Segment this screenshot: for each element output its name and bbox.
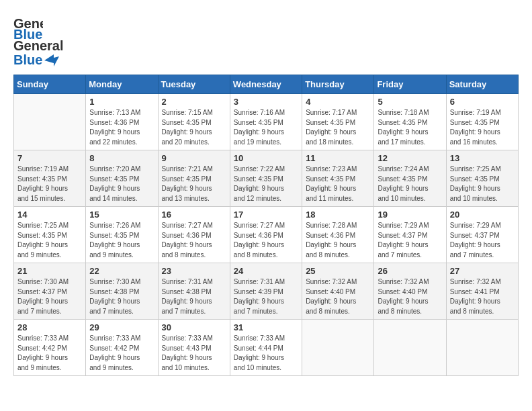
day-info: Sunrise: 7:29 AM Sunset: 4:37 PM Dayligh… [450,221,515,260]
day-number: 13 [450,153,515,163]
calendar-week-row: 28Sunrise: 7:33 AM Sunset: 4:42 PM Dayli… [14,320,519,376]
calendar-day-cell: 2Sunrise: 7:15 AM Sunset: 4:35 PM Daylig… [158,94,230,150]
day-number: 31 [234,322,298,332]
calendar-day-cell: 25Sunrise: 7:32 AM Sunset: 4:40 PM Dayli… [302,263,374,320]
calendar-day-cell: 14Sunrise: 7:25 AM Sunset: 4:35 PM Dayli… [14,207,86,263]
calendar-day-cell: 23Sunrise: 7:31 AM Sunset: 4:38 PM Dayli… [158,263,230,320]
day-number: 18 [306,210,370,220]
day-info: Sunrise: 7:27 AM Sunset: 4:36 PM Dayligh… [234,221,298,260]
day-info: Sunrise: 7:25 AM Sunset: 4:35 PM Dayligh… [450,165,515,203]
day-info: Sunrise: 7:33 AM Sunset: 4:43 PM Dayligh… [162,334,226,373]
day-info: Sunrise: 7:32 AM Sunset: 4:40 PM Dayligh… [306,277,370,316]
logo-bird-icon [44,54,59,66]
page-header: General Blue General Blue [13,13,519,68]
calendar-day-cell: 20Sunrise: 7:29 AM Sunset: 4:37 PM Dayli… [446,207,518,263]
logo-icon: General Blue [13,13,43,40]
calendar-day-cell: 17Sunrise: 7:27 AM Sunset: 4:36 PM Dayli… [230,207,302,263]
day-number: 16 [162,210,226,220]
day-info: Sunrise: 7:19 AM Sunset: 4:35 PM Dayligh… [17,165,82,203]
day-number: 17 [234,210,298,220]
logo-general: General [13,38,63,53]
day-info: Sunrise: 7:26 AM Sunset: 4:35 PM Dayligh… [89,221,154,260]
day-info: Sunrise: 7:33 AM Sunset: 4:42 PM Dayligh… [17,334,82,373]
calendar-day-cell: 5Sunrise: 7:18 AM Sunset: 4:35 PM Daylig… [374,94,446,150]
calendar-week-row: 14Sunrise: 7:25 AM Sunset: 4:35 PM Dayli… [14,207,519,263]
day-info: Sunrise: 7:20 AM Sunset: 4:35 PM Dayligh… [89,165,154,203]
day-number: 9 [162,153,226,163]
calendar-week-row: 21Sunrise: 7:30 AM Sunset: 4:37 PM Dayli… [14,263,519,320]
weekday-header-tuesday: Tuesday [158,75,230,94]
logo: General Blue General Blue [13,13,63,68]
day-number: 3 [234,97,298,107]
calendar-day-cell: 16Sunrise: 7:27 AM Sunset: 4:36 PM Dayli… [158,207,230,263]
calendar-day-cell: 31Sunrise: 7:33 AM Sunset: 4:44 PM Dayli… [230,320,302,376]
day-number: 23 [162,266,226,276]
day-number: 8 [89,153,154,163]
weekday-header-wednesday: Wednesday [230,75,302,94]
day-info: Sunrise: 7:22 AM Sunset: 4:35 PM Dayligh… [234,165,298,203]
day-info: Sunrise: 7:30 AM Sunset: 4:38 PM Dayligh… [89,277,154,316]
day-info: Sunrise: 7:31 AM Sunset: 4:39 PM Dayligh… [234,277,298,316]
weekday-header-sunday: Sunday [14,75,86,94]
day-info: Sunrise: 7:29 AM Sunset: 4:37 PM Dayligh… [378,221,442,260]
day-number: 20 [450,210,515,220]
day-number: 4 [306,97,370,107]
day-number: 2 [162,97,226,107]
day-info: Sunrise: 7:24 AM Sunset: 4:35 PM Dayligh… [378,165,442,203]
day-info: Sunrise: 7:13 AM Sunset: 4:36 PM Dayligh… [89,108,154,147]
calendar-day-cell: 1Sunrise: 7:13 AM Sunset: 4:36 PM Daylig… [86,94,158,150]
weekday-header-monday: Monday [86,75,158,94]
calendar-week-row: 7Sunrise: 7:19 AM Sunset: 4:35 PM Daylig… [14,150,519,207]
day-info: Sunrise: 7:16 AM Sunset: 4:35 PM Dayligh… [234,108,298,147]
day-info: Sunrise: 7:33 AM Sunset: 4:42 PM Dayligh… [89,334,154,373]
logo-blue: Blue [13,52,42,68]
day-number: 14 [17,210,82,220]
day-number: 24 [234,266,298,276]
day-info: Sunrise: 7:28 AM Sunset: 4:36 PM Dayligh… [306,221,370,260]
day-info: Sunrise: 7:23 AM Sunset: 4:35 PM Dayligh… [306,165,370,203]
day-number: 26 [378,266,442,276]
day-number: 11 [306,153,370,163]
calendar-day-cell: 26Sunrise: 7:32 AM Sunset: 4:40 PM Dayli… [374,263,446,320]
day-number: 29 [89,322,154,332]
weekday-header-saturday: Saturday [446,75,518,94]
day-number: 5 [378,97,442,107]
day-number: 30 [162,322,226,332]
day-number: 28 [17,322,82,332]
calendar-day-cell: 29Sunrise: 7:33 AM Sunset: 4:42 PM Dayli… [86,320,158,376]
calendar-day-cell: 24Sunrise: 7:31 AM Sunset: 4:39 PM Dayli… [230,263,302,320]
day-number: 15 [89,210,154,220]
day-info: Sunrise: 7:17 AM Sunset: 4:35 PM Dayligh… [306,108,370,147]
day-info: Sunrise: 7:33 AM Sunset: 4:44 PM Dayligh… [234,334,298,373]
day-info: Sunrise: 7:30 AM Sunset: 4:37 PM Dayligh… [17,277,82,316]
day-info: Sunrise: 7:27 AM Sunset: 4:36 PM Dayligh… [162,221,226,260]
day-number: 25 [306,266,370,276]
calendar-day-cell: 21Sunrise: 7:30 AM Sunset: 4:37 PM Dayli… [14,263,86,320]
day-info: Sunrise: 7:21 AM Sunset: 4:35 PM Dayligh… [162,165,226,203]
calendar-day-cell: 3Sunrise: 7:16 AM Sunset: 4:35 PM Daylig… [230,94,302,150]
day-info: Sunrise: 7:18 AM Sunset: 4:35 PM Dayligh… [378,108,442,147]
calendar-day-cell [302,320,374,376]
day-info: Sunrise: 7:19 AM Sunset: 4:35 PM Dayligh… [450,108,515,147]
weekday-header-friday: Friday [374,75,446,94]
day-number: 7 [17,153,82,163]
weekday-header-row: SundayMondayTuesdayWednesdayThursdayFrid… [14,75,519,94]
svg-marker-3 [44,54,59,66]
day-number: 10 [234,153,298,163]
day-number: 6 [450,97,515,107]
calendar-day-cell: 8Sunrise: 7:20 AM Sunset: 4:35 PM Daylig… [86,150,158,207]
calendar-day-cell: 27Sunrise: 7:32 AM Sunset: 4:41 PM Dayli… [446,263,518,320]
day-info: Sunrise: 7:31 AM Sunset: 4:38 PM Dayligh… [162,277,226,316]
calendar-day-cell: 4Sunrise: 7:17 AM Sunset: 4:35 PM Daylig… [302,94,374,150]
calendar-day-cell: 10Sunrise: 7:22 AM Sunset: 4:35 PM Dayli… [230,150,302,207]
calendar-day-cell: 18Sunrise: 7:28 AM Sunset: 4:36 PM Dayli… [302,207,374,263]
calendar-day-cell: 19Sunrise: 7:29 AM Sunset: 4:37 PM Dayli… [374,207,446,263]
calendar-day-cell: 7Sunrise: 7:19 AM Sunset: 4:35 PM Daylig… [14,150,86,207]
calendar-day-cell: 22Sunrise: 7:30 AM Sunset: 4:38 PM Dayli… [86,263,158,320]
calendar-day-cell: 15Sunrise: 7:26 AM Sunset: 4:35 PM Dayli… [86,207,158,263]
calendar-day-cell [14,94,86,150]
day-number: 21 [17,266,82,276]
calendar-day-cell: 6Sunrise: 7:19 AM Sunset: 4:35 PM Daylig… [446,94,518,150]
calendar-day-cell: 9Sunrise: 7:21 AM Sunset: 4:35 PM Daylig… [158,150,230,207]
day-info: Sunrise: 7:25 AM Sunset: 4:35 PM Dayligh… [17,221,82,260]
